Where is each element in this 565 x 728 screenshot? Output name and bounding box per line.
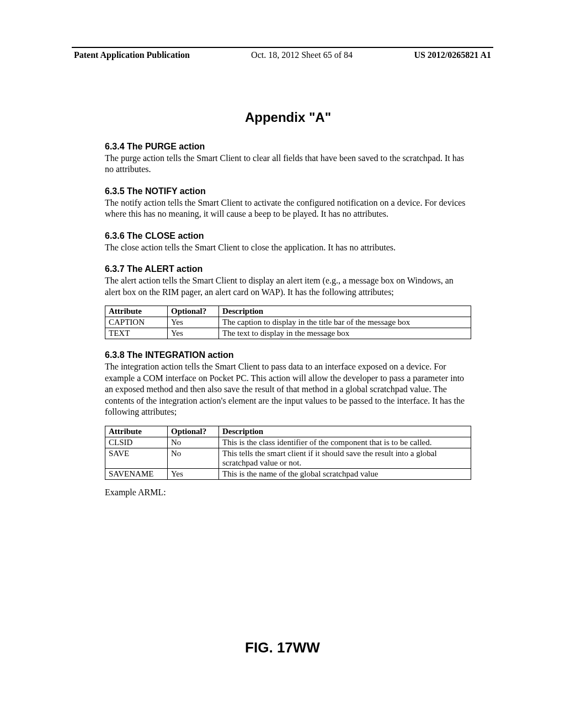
cell-attr: SAVENAME [105,468,168,479]
cell-opt: Yes [168,468,219,479]
section-body-636: The close action tells the Smart Client … [105,242,471,253]
table-header-row: Attribute Optional? Description [105,426,471,437]
cell-opt: No [168,437,219,448]
integration-attributes-table: Attribute Optional? Description CLSID No… [105,426,471,480]
section-heading-638: 6.3.8 The INTEGRATION action [105,350,471,360]
cell-desc: This tells the smart client if it should… [219,448,471,468]
header-left: Patent Application Publication [74,50,190,60]
appendix-title: Appendix "A" [105,110,471,125]
cell-attr: CLSID [105,437,168,448]
example-arml-label: Example ARML: [105,488,471,497]
th-description: Description [219,306,471,317]
cell-opt: No [168,448,219,468]
page-container: Patent Application Publication Oct. 18, … [0,0,565,497]
alert-attributes-table: Attribute Optional? Description CAPTION … [105,306,471,339]
th-optional: Optional? [168,306,219,317]
header-rule [72,47,493,48]
cell-opt: Yes [168,328,219,339]
table-row: SAVENAME Yes This is the name of the glo… [105,468,471,479]
header-center: Oct. 18, 2012 Sheet 65 of 84 [251,50,353,60]
th-description: Description [219,426,471,437]
cell-desc: This is the name of the global scratchpa… [219,468,471,479]
th-attribute: Attribute [105,306,168,317]
section-body-634: The purge action tells the Smart Client … [105,153,471,175]
cell-attr: TEXT [105,328,168,339]
cell-desc: The text to display in the message box [219,328,471,339]
th-attribute: Attribute [105,426,168,437]
section-body-635: The notify action tells the Smart Client… [105,197,471,220]
table-row: TEXT Yes The text to display in the mess… [105,328,471,339]
table-row: SAVE No This tells the smart client if i… [105,448,471,468]
table-row: CAPTION Yes The caption to display in th… [105,317,471,328]
cell-desc: The caption to display in the title bar … [219,317,471,328]
content-area: Appendix "A" 6.3.4 The PURGE action The … [72,60,493,497]
section-heading-637: 6.3.7 The ALERT action [105,264,471,274]
section-heading-636: 6.3.6 The CLOSE action [105,231,471,241]
cell-attr: CAPTION [105,317,168,328]
header-right: US 2012/0265821 A1 [414,50,491,60]
th-optional: Optional? [168,426,219,437]
section-body-638: The integration action tells the Smart C… [105,361,471,417]
cell-desc: This is the class identifier of the comp… [219,437,471,448]
table-header-row: Attribute Optional? Description [105,306,471,317]
section-body-637: The alert action tells the Smart Client … [105,275,471,298]
figure-label: FIG. 17WW [0,639,565,656]
cell-opt: Yes [168,317,219,328]
cell-attr: SAVE [105,448,168,468]
table-row: CLSID No This is the class identifier of… [105,437,471,448]
section-heading-635: 6.3.5 The NOTIFY action [105,186,471,196]
section-heading-634: 6.3.4 The PURGE action [105,142,471,152]
page-header: Patent Application Publication Oct. 18, … [72,50,493,60]
